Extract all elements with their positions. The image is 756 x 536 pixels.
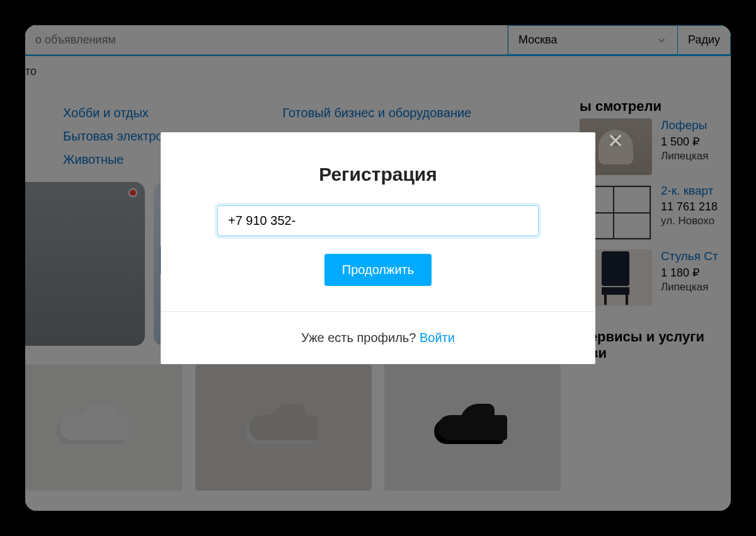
- modal-footer: Уже есть профиль? Войти: [161, 311, 595, 364]
- modal-overlay: Регистрация Продолжить Уже есть профиль?…: [25, 25, 731, 511]
- already-text: Уже есть профиль?: [301, 331, 420, 345]
- login-link[interactable]: Войти: [420, 331, 455, 345]
- modal-title: Регистрация: [217, 164, 539, 185]
- close-icon: [607, 132, 624, 149]
- close-button[interactable]: [604, 129, 627, 152]
- continue-button[interactable]: Продолжить: [324, 254, 432, 286]
- phone-input[interactable]: [217, 205, 539, 236]
- registration-modal: Регистрация Продолжить Уже есть профиль?…: [161, 132, 595, 364]
